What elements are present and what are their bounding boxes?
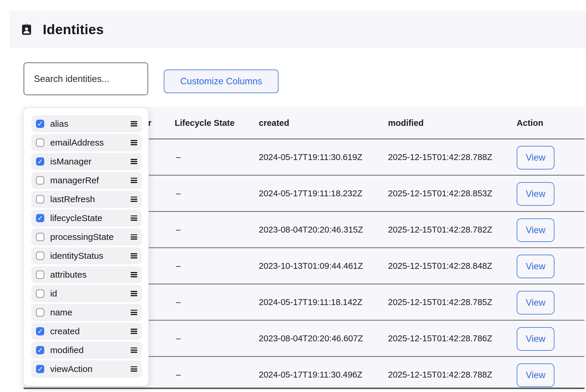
drag-handle-icon[interactable] xyxy=(131,159,137,164)
column-menu-item-label: modified xyxy=(50,345,131,355)
column-menu-item-label: id xyxy=(50,289,131,299)
column-menu-item-label: isManager xyxy=(50,157,131,167)
column-menu-item-alias[interactable]: alias xyxy=(31,115,142,132)
view-button[interactable]: View xyxy=(517,218,554,242)
column-menu-item-label: managerRef xyxy=(50,175,131,185)
column-menu-item-label: lifecycleState xyxy=(50,213,131,223)
lifecycle-cell: – xyxy=(176,297,181,307)
lifecycle-cell: – xyxy=(176,189,181,198)
column-menu-item-name[interactable]: name xyxy=(31,304,142,321)
column-header-modified: modified xyxy=(388,118,424,128)
drag-handle-icon[interactable] xyxy=(131,121,137,126)
column-header-action: Action xyxy=(517,118,543,128)
lifecycle-cell: – xyxy=(176,152,181,162)
identities-page: Identities Customize Columns r Lifecycle… xyxy=(0,0,586,392)
column-menu-item-emailaddress[interactable]: emailAddress xyxy=(31,134,142,151)
created-cell: 2024-05-17T19:11:18.232Z xyxy=(259,189,362,198)
checkbox[interactable] xyxy=(36,139,44,147)
column-menu-item-lastrefresh[interactable]: lastRefresh xyxy=(31,191,142,208)
column-menu-item-ismanager[interactable]: isManager xyxy=(31,153,142,170)
created-cell: 2024-05-17T19:11:18.142Z xyxy=(259,297,362,307)
modified-cell: 2025-12-15T01:42:28.848Z xyxy=(388,261,492,271)
column-menu-item-label: name xyxy=(50,307,131,317)
modified-cell: 2025-12-15T01:42:28.853Z xyxy=(388,189,492,198)
badge-icon xyxy=(20,23,33,36)
checkbox[interactable] xyxy=(36,308,44,317)
lifecycle-cell: – xyxy=(176,225,181,235)
column-header-lifecycle-state: Lifecycle State xyxy=(175,118,235,128)
column-menu-item-label: attributes xyxy=(50,270,131,280)
drag-handle-icon[interactable] xyxy=(131,291,137,296)
modified-cell: 2025-12-15T01:42:28.788Z xyxy=(388,370,492,380)
lifecycle-cell: – xyxy=(176,334,181,343)
drag-handle-icon[interactable] xyxy=(131,178,137,183)
modified-cell: 2025-12-15T01:42:28.785Z xyxy=(388,297,492,307)
drag-handle-icon[interactable] xyxy=(131,234,137,240)
search-input[interactable] xyxy=(24,62,148,95)
column-menu-item-id[interactable]: id xyxy=(31,285,142,302)
checkbox[interactable] xyxy=(36,346,44,354)
drag-handle-icon[interactable] xyxy=(131,310,137,315)
checkbox[interactable] xyxy=(36,327,44,335)
modified-cell: 2025-12-15T01:42:28.782Z xyxy=(388,225,492,235)
created-cell: 2024-05-17T19:11:30.496Z xyxy=(259,370,362,380)
view-button[interactable]: View xyxy=(517,327,554,351)
checkbox[interactable] xyxy=(36,271,44,279)
column-menu-item-label: identityStatus xyxy=(50,251,131,261)
drag-handle-icon[interactable] xyxy=(131,215,137,221)
checkbox[interactable] xyxy=(36,365,44,373)
modified-cell: 2025-12-15T01:42:28.788Z xyxy=(388,152,492,162)
lifecycle-cell: – xyxy=(176,261,181,271)
column-menu-item-attributes[interactable]: attributes xyxy=(31,266,142,283)
column-menu-item-viewaction[interactable]: viewAction xyxy=(31,360,142,378)
modified-cell: 2025-12-15T01:42:28.786Z xyxy=(388,334,492,343)
drag-handle-icon[interactable] xyxy=(131,347,137,353)
column-menu-item-label: viewAction xyxy=(50,364,131,374)
drag-handle-icon[interactable] xyxy=(131,253,137,258)
lifecycle-cell: – xyxy=(176,370,181,380)
column-menu-item-label: processingState xyxy=(50,232,131,242)
view-button[interactable]: View xyxy=(517,255,554,278)
column-menu-item-created[interactable]: created xyxy=(31,323,142,340)
drag-handle-icon[interactable] xyxy=(131,140,137,145)
customize-columns-button[interactable]: Customize Columns xyxy=(164,70,279,93)
drag-handle-icon[interactable] xyxy=(131,366,137,372)
checkbox[interactable] xyxy=(36,157,44,166)
column-menu-item-processingstate[interactable]: processingState xyxy=(31,228,142,246)
checkbox[interactable] xyxy=(36,195,44,203)
checkbox[interactable] xyxy=(36,233,44,241)
drag-handle-icon[interactable] xyxy=(131,272,137,277)
checkbox[interactable] xyxy=(36,120,44,128)
checkbox[interactable] xyxy=(36,252,44,260)
drag-handle-icon[interactable] xyxy=(131,329,137,334)
drag-handle-icon[interactable] xyxy=(131,197,137,202)
column-header-created: created xyxy=(259,118,289,128)
page-header: Identities xyxy=(10,11,586,48)
view-button[interactable]: View xyxy=(517,146,554,169)
column-menu-item-managerref[interactable]: managerRef xyxy=(31,172,142,189)
view-button[interactable]: View xyxy=(517,363,554,387)
created-cell: 2023-10-13T01:09:44.461Z xyxy=(259,261,363,271)
checkbox[interactable] xyxy=(36,289,44,298)
column-menu-item-label: created xyxy=(50,326,131,336)
column-customizer-menu: alias emailAddress isManager managerRef … xyxy=(23,108,149,386)
checkbox[interactable] xyxy=(36,214,44,222)
column-menu-item-lifecyclestate[interactable]: lifecycleState xyxy=(31,210,142,227)
view-button[interactable]: View xyxy=(517,291,554,314)
checkbox[interactable] xyxy=(36,176,44,185)
column-menu-item-identitystatus[interactable]: identityStatus xyxy=(31,247,142,264)
column-menu-item-label: emailAddress xyxy=(50,138,131,148)
column-menu-item-modified[interactable]: modified xyxy=(31,342,142,359)
created-cell: 2023-08-04T20:20:46.607Z xyxy=(259,334,363,343)
column-menu-item-label: lastRefresh xyxy=(50,194,131,204)
created-cell: 2023-08-04T20:20:46.315Z xyxy=(259,225,363,235)
created-cell: 2024-05-17T19:11:30.619Z xyxy=(259,152,362,162)
page-title: Identities xyxy=(43,22,104,37)
view-button[interactable]: View xyxy=(517,182,554,206)
column-menu-item-label: alias xyxy=(50,119,131,129)
